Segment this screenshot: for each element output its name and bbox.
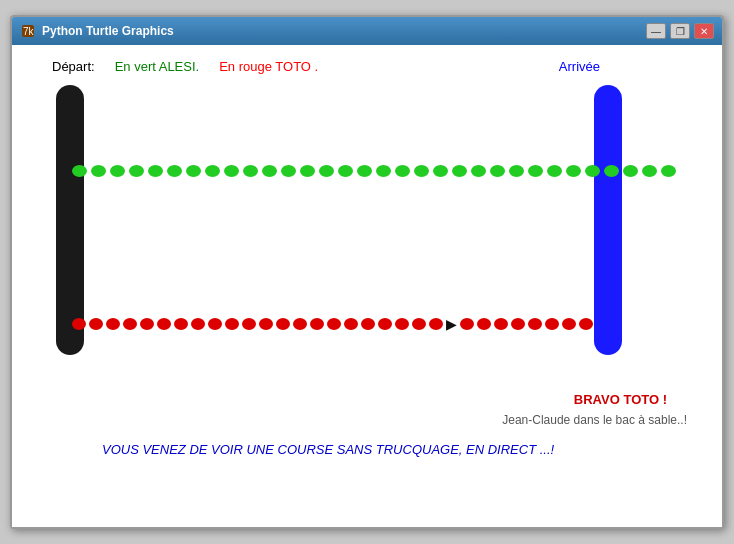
dot-green	[566, 165, 581, 177]
minimize-button[interactable]: —	[646, 23, 666, 39]
dot-green	[585, 165, 600, 177]
dot-red	[460, 318, 474, 330]
rouge-label: En rouge TOTO .	[219, 59, 318, 74]
canvas-area: Départ: En vert ALESI. En rouge TOTO . A…	[12, 45, 722, 527]
dot-green	[186, 165, 201, 177]
dot-green	[661, 165, 676, 177]
window-title: Python Turtle Graphics	[42, 24, 646, 38]
green-dots-row	[72, 165, 676, 177]
title-bar: 7k Python Turtle Graphics — ❐ ✕	[12, 17, 722, 45]
dot-red	[361, 318, 375, 330]
dot-red	[106, 318, 120, 330]
dot-red	[545, 318, 559, 330]
dot-green	[490, 165, 505, 177]
dot-red	[429, 318, 443, 330]
dot-red	[310, 318, 324, 330]
dot-green	[452, 165, 467, 177]
dot-green	[395, 165, 410, 177]
app-window: 7k Python Turtle Graphics — ❐ ✕ Départ: …	[10, 15, 724, 529]
dot-red	[191, 318, 205, 330]
vert-label: En vert ALESI.	[115, 59, 200, 74]
dot-green	[91, 165, 106, 177]
close-button[interactable]: ✕	[694, 23, 714, 39]
dot-red	[123, 318, 137, 330]
dot-red	[72, 318, 86, 330]
dot-green	[148, 165, 163, 177]
dot-green	[471, 165, 486, 177]
dot-red	[327, 318, 341, 330]
dot-green	[414, 165, 429, 177]
dot-green	[129, 165, 144, 177]
dot-red	[293, 318, 307, 330]
dot-red	[477, 318, 491, 330]
dot-red	[562, 318, 576, 330]
finish-bar	[594, 85, 622, 355]
jean-claude-text: Jean-Claude dans le bac à sable..!	[502, 413, 687, 427]
dot-green	[338, 165, 353, 177]
dot-red	[259, 318, 273, 330]
dot-red	[242, 318, 256, 330]
dot-green	[528, 165, 543, 177]
dot-green	[547, 165, 562, 177]
dot-green	[300, 165, 315, 177]
dot-green	[205, 165, 220, 177]
dot-red	[494, 318, 508, 330]
dot-green	[604, 165, 619, 177]
arrivee-label: Arrivée	[559, 59, 600, 74]
dot-green	[642, 165, 657, 177]
svg-text:7k: 7k	[23, 26, 35, 37]
dot-red	[395, 318, 409, 330]
dot-red	[579, 318, 593, 330]
dot-red	[174, 318, 188, 330]
dot-green	[433, 165, 448, 177]
depart-label: Départ:	[52, 59, 95, 74]
dot-green	[224, 165, 239, 177]
dot-green	[623, 165, 638, 177]
dot-red	[89, 318, 103, 330]
app-icon: 7k	[20, 23, 36, 39]
dot-red	[225, 318, 239, 330]
dot-red	[344, 318, 358, 330]
dot-green	[319, 165, 334, 177]
dot-red	[140, 318, 154, 330]
dot-red	[157, 318, 171, 330]
bravo-text: BRAVO TOTO !	[574, 392, 667, 407]
dot-green	[357, 165, 372, 177]
dot-green	[262, 165, 277, 177]
vous-venez-text: VOUS VENEZ DE VOIR UNE COURSE SANS TRUCQ…	[102, 442, 554, 457]
dot-green	[509, 165, 524, 177]
dot-red	[276, 318, 290, 330]
start-bar	[56, 85, 84, 355]
red-dots-row: ▶	[72, 317, 593, 331]
window-controls: — ❐ ✕	[646, 23, 714, 39]
dot-red	[528, 318, 542, 330]
dot-red	[511, 318, 525, 330]
dot-red	[412, 318, 426, 330]
dot-green	[72, 165, 87, 177]
dot-red	[378, 318, 392, 330]
turtle-icon: ▶	[446, 317, 457, 331]
dot-green	[110, 165, 125, 177]
dot-green	[281, 165, 296, 177]
info-line: Départ: En vert ALESI. En rouge TOTO .	[52, 59, 318, 74]
dot-green	[243, 165, 258, 177]
dot-green	[376, 165, 391, 177]
restore-button[interactable]: ❐	[670, 23, 690, 39]
dot-green	[167, 165, 182, 177]
dot-red	[208, 318, 222, 330]
